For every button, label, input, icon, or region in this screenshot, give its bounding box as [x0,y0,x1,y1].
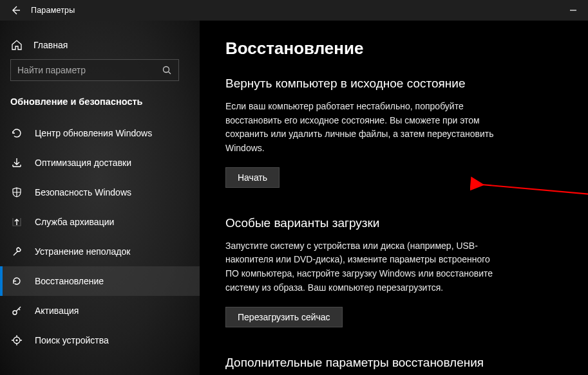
download-icon [10,156,23,169]
search-icon [155,65,178,75]
sidebar-item-label: Центр обновления Windows [35,128,152,138]
sidebar-item-label: Восстановление [35,276,104,286]
sidebar: Главная Обновление и безопасность Центр … [0,21,200,375]
sidebar-item-label: Активация [35,306,79,316]
sidebar-item-find-my-device[interactable]: Поиск устройства [0,325,200,355]
svg-point-3 [15,339,17,341]
sidebar-item-troubleshoot[interactable]: Устранение неполадок [0,237,200,266]
reset-pc-section: Вернуть компьютер в исходное состояние Е… [225,77,562,188]
sidebar-item-label: Безопасность Windows [35,187,131,197]
svg-point-0 [164,67,169,73]
back-button[interactable] [0,0,31,21]
sidebar-item-label: Поиск устройства [35,335,109,345]
arrow-left-icon [10,5,21,15]
titlebar: Параметры [0,0,588,21]
sidebar-item-windows-security[interactable]: Безопасность Windows [0,178,200,207]
shield-icon [10,186,23,199]
sidebar-item-label: Устранение неполадок [35,246,130,257]
sidebar-section-title: Обновление и безопасность [0,86,200,118]
more-recovery-section: Дополнительные параметры восстановления … [225,356,562,376]
sidebar-item-label: Служба архивации [35,217,114,227]
advanced-startup-section: Особые варианты загрузки Запустите систе… [225,216,562,327]
page-title: Восстановление [225,39,562,59]
wrench-icon [10,245,23,258]
window-title: Параметры [31,6,75,15]
sidebar-item-windows-update[interactable]: Центр обновления Windows [0,118,200,148]
advanced-heading: Особые варианты загрузки [225,216,562,230]
sidebar-item-label: Оптимизация доставки [35,158,131,168]
sidebar-nav: Центр обновления Windows Оптимизация дос… [0,118,200,355]
minimize-icon [569,6,577,14]
sidebar-item-backup[interactable]: Служба архивации [0,207,200,237]
sidebar-home[interactable]: Главная [0,31,200,59]
search-input[interactable] [11,65,155,75]
sidebar-item-recovery[interactable]: Восстановление [0,266,200,296]
advanced-description: Запустите систему с устройства или диска… [225,239,502,295]
home-icon [10,39,23,51]
refresh-icon [10,127,23,140]
sidebar-item-activation[interactable]: Активация [0,296,200,325]
sidebar-item-delivery-optimization[interactable]: Оптимизация доставки [0,148,200,178]
restart-now-button[interactable]: Перезагрузить сейчас [225,307,343,327]
reset-heading: Вернуть компьютер в исходное состояние [225,77,562,91]
minimize-button[interactable] [558,0,588,21]
key-icon [10,304,23,317]
recovery-icon [10,275,23,288]
content-area: Восстановление Вернуть компьютер в исход… [200,21,588,375]
search-box[interactable] [10,59,179,81]
more-heading: Дополнительные параметры восстановления [225,356,562,370]
sidebar-home-label: Главная [33,40,68,50]
backup-icon [10,215,23,228]
location-icon [10,334,23,347]
reset-description: Если ваш компьютер работает нестабильно,… [225,100,502,156]
reset-get-started-button[interactable]: Начать [225,167,280,188]
